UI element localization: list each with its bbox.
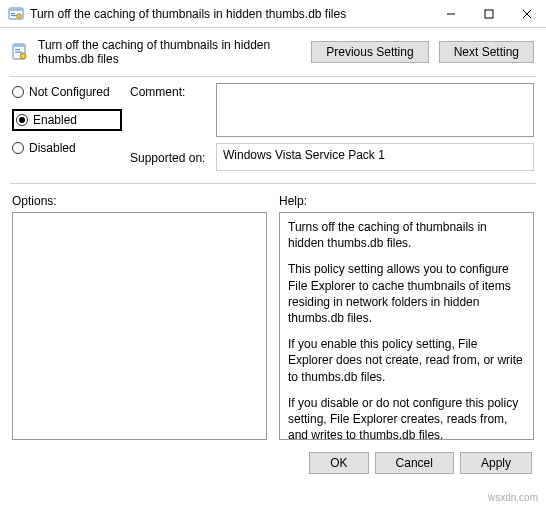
apply-button[interactable]: Apply [460, 452, 532, 474]
supported-on-field: Windows Vista Service Pack 1 [216, 143, 534, 171]
comment-textarea[interactable] [216, 83, 534, 137]
policy-title: Turn off the caching of thumbnails in hi… [38, 38, 301, 66]
options-label: Options: [12, 194, 267, 212]
help-paragraph: This policy setting allows you to config… [288, 261, 525, 326]
config-section: Not Configured Enabled Disabled Comment:… [0, 83, 546, 181]
svg-rect-10 [13, 44, 25, 47]
help-panel: Turns off the caching of thumbnails in h… [279, 212, 534, 440]
help-label: Help: [279, 194, 534, 212]
options-column: Options: [12, 194, 267, 440]
radio-enabled-highlight: Enabled [12, 109, 122, 131]
radio-column: Not Configured Enabled Disabled [12, 83, 122, 171]
window-titlebar: Turn off the caching of thumbnails in hi… [0, 0, 546, 28]
svg-rect-1 [9, 8, 23, 11]
radio-label: Disabled [29, 141, 76, 155]
radio-enabled[interactable]: Enabled [16, 113, 77, 127]
policy-header-icon [12, 43, 28, 61]
radio-circle-checked-icon [16, 114, 28, 126]
close-button[interactable] [508, 0, 546, 28]
maximize-button[interactable] [470, 0, 508, 28]
watermark: wsxdn.com [488, 492, 538, 503]
help-paragraph: If you enable this policy setting, File … [288, 336, 525, 385]
radio-not-configured[interactable]: Not Configured [12, 85, 122, 99]
comment-row: Comment: [130, 83, 534, 137]
help-paragraph: Turns off the caching of thumbnails in h… [288, 219, 525, 251]
cancel-button[interactable]: Cancel [375, 452, 454, 474]
minimize-button[interactable] [432, 0, 470, 28]
policy-icon [8, 6, 24, 22]
supported-label: Supported on: [130, 149, 210, 165]
previous-setting-button[interactable]: Previous Setting [311, 41, 428, 63]
supported-on-value: Windows Vista Service Pack 1 [223, 148, 385, 162]
next-setting-button[interactable]: Next Setting [439, 41, 534, 63]
ok-button[interactable]: OK [309, 452, 368, 474]
svg-rect-2 [11, 13, 15, 14]
svg-point-4 [17, 13, 22, 18]
svg-point-13 [20, 53, 26, 59]
radio-label: Enabled [33, 113, 77, 127]
supported-row: Supported on: Windows Vista Service Pack… [130, 143, 534, 171]
radio-disabled[interactable]: Disabled [12, 141, 122, 155]
dialog-button-row: OK Cancel Apply [0, 444, 546, 482]
svg-rect-6 [485, 10, 493, 18]
radio-label: Not Configured [29, 85, 110, 99]
radio-circle-icon [12, 142, 24, 154]
help-column: Help: Turns off the caching of thumbnail… [279, 194, 534, 440]
info-column: Comment: Supported on: Windows Vista Ser… [130, 83, 534, 171]
lower-section: Options: Help: Turns off the caching of … [0, 190, 546, 444]
options-panel [12, 212, 267, 440]
policy-header: Turn off the caching of thumbnails in hi… [0, 28, 546, 74]
svg-rect-3 [11, 15, 17, 16]
comment-label: Comment: [130, 83, 210, 99]
svg-rect-11 [15, 49, 20, 50]
svg-rect-12 [15, 52, 22, 53]
window-title: Turn off the caching of thumbnails in hi… [30, 7, 432, 21]
divider [10, 76, 536, 77]
help-paragraph: If you disable or do not configure this … [288, 395, 525, 440]
divider [10, 183, 536, 184]
radio-circle-icon [12, 86, 24, 98]
